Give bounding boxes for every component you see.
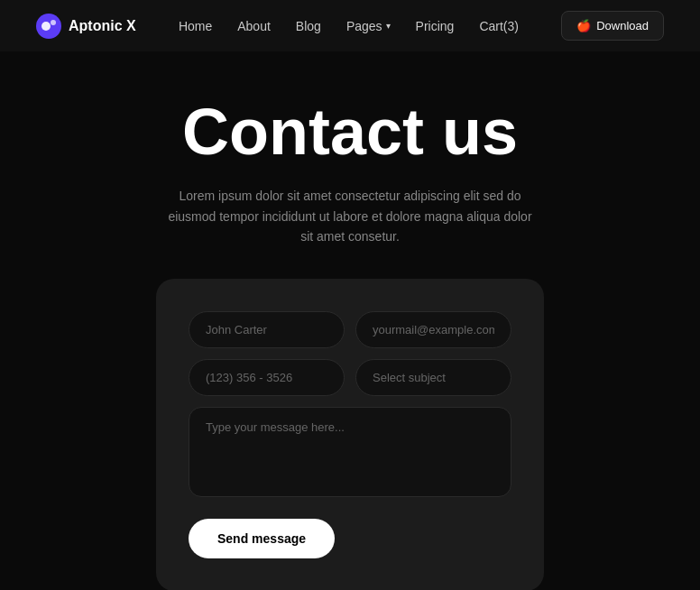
nav-about[interactable]: About — [237, 19, 271, 33]
subject-input[interactable] — [355, 359, 511, 396]
message-textarea[interactable] — [189, 407, 511, 497]
phone-subject-row — [189, 359, 511, 396]
main-nav: Home About Blog Pages ▾ Pricing Cart(3) — [179, 19, 519, 33]
page-subtitle: Lorem ipsum dolor sit amet consectetur a… — [161, 186, 539, 246]
download-button[interactable]: 🍎 Download — [561, 11, 664, 41]
logo: Aptonic X — [36, 14, 136, 39]
email-input[interactable] — [355, 311, 511, 348]
contact-form-card: Send message — [156, 279, 544, 590]
logo-icon — [36, 14, 61, 39]
name-email-row — [189, 311, 511, 348]
page-title: Contact us — [182, 97, 518, 168]
phone-input[interactable] — [189, 359, 345, 396]
chevron-down-icon: ▾ — [386, 21, 391, 31]
send-message-button[interactable]: Send message — [189, 519, 335, 558]
nav-pricing[interactable]: Pricing — [416, 19, 455, 33]
nav-home[interactable]: Home — [179, 19, 212, 33]
svg-point-2 — [51, 20, 56, 25]
nav-blog[interactable]: Blog — [296, 19, 321, 33]
name-input[interactable] — [189, 311, 345, 348]
svg-point-1 — [41, 22, 51, 31]
apple-icon: 🍎 — [576, 19, 591, 32]
logo-text: Aptonic X — [69, 18, 136, 34]
nav-pages[interactable]: Pages ▾ — [346, 19, 391, 33]
nav-cart[interactable]: Cart(3) — [479, 19, 519, 33]
